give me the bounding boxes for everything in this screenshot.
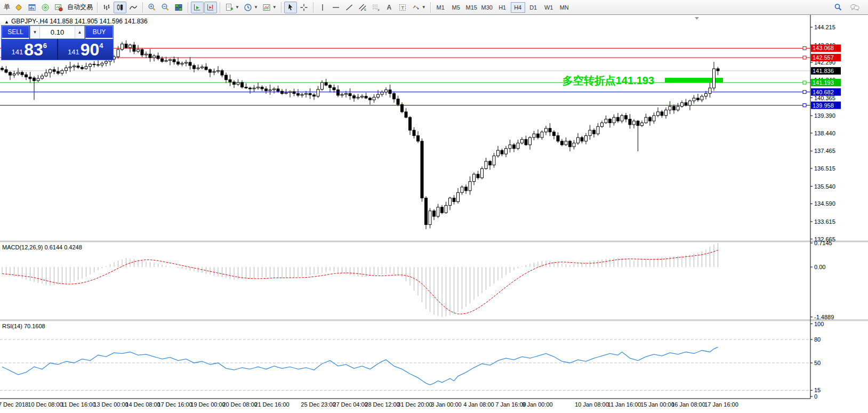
new-order-button[interactable]: 单 [2, 3, 12, 12]
volume-input[interactable] [40, 26, 75, 38]
candle [437, 207, 439, 216]
candle [309, 93, 311, 95]
volume-decrease-button[interactable]: ▼ [30, 26, 40, 38]
candle [533, 134, 535, 137]
candle [121, 44, 124, 49]
arrows-tool-icon[interactable]: ▼ [409, 2, 428, 13]
line-handle[interactable] [803, 91, 806, 94]
time-axis-label: 11 Dec 16:00 [61, 401, 96, 408]
templates-icon[interactable]: ▼ [260, 2, 278, 13]
line-handle[interactable] [803, 46, 806, 50]
buy-button[interactable]: BUY [85, 26, 113, 39]
candle [169, 60, 172, 61]
candle [329, 85, 332, 87]
fibonacci-tool-icon[interactable]: F [369, 2, 382, 13]
chat-icon[interactable] [848, 2, 862, 13]
cursor-icon[interactable] [284, 2, 297, 13]
sell-price-prefix: 141 [11, 47, 23, 58]
trendline-tool-icon[interactable] [343, 2, 356, 13]
auto-trading-icon[interactable] [52, 2, 65, 13]
candle [601, 123, 604, 127]
buy-price-button[interactable]: 141 90 4 [58, 39, 114, 60]
pivot-annotation-text[interactable]: 多空转折点141.193 [562, 75, 654, 86]
horizontal-line-tool-icon[interactable] [329, 2, 342, 13]
candle [65, 68, 68, 70]
candle [213, 71, 215, 72]
timeframe-button-m30[interactable]: M30 [480, 2, 494, 13]
timeframe-button-h1[interactable]: H1 [495, 2, 510, 13]
candle [85, 67, 87, 69]
pane-separator [0, 320, 868, 320]
zoom-in-icon[interactable] [146, 2, 158, 13]
toolbar-separator [142, 2, 143, 13]
candle [129, 45, 132, 47]
candle [393, 93, 396, 99]
search-icon[interactable] [832, 2, 845, 13]
candle [13, 74, 15, 75]
order-tag-icon[interactable] [12, 2, 25, 13]
tile-windows-icon[interactable] [172, 2, 185, 13]
line-handle[interactable] [803, 56, 806, 59]
candle [661, 112, 663, 116]
candle [57, 71, 60, 73]
sell-button[interactable]: SELL [2, 26, 29, 39]
candle [657, 112, 660, 116]
volume-increase-button[interactable]: ▲ [75, 26, 84, 38]
timeframe-button-w1[interactable]: W1 [542, 2, 556, 13]
bar-chart-type-icon[interactable] [100, 2, 113, 13]
candle [133, 45, 135, 51]
price-tick-label: 137.465 [814, 148, 835, 154]
candle [337, 90, 340, 95]
candle [633, 121, 636, 125]
time-axis-label: 11 Jan 16:00 [608, 401, 641, 408]
candle [421, 141, 423, 198]
timeframe-button-m15[interactable]: M15 [464, 2, 479, 13]
candle [593, 130, 596, 134]
candle [117, 50, 119, 57]
toolbar-separator [313, 2, 314, 13]
periods-clock-icon[interactable]: ▼ [242, 2, 260, 13]
candle [29, 77, 31, 78]
candle [681, 103, 684, 107]
candle [485, 161, 487, 169]
chart-area[interactable]: 多空转折点141.193144.215143.240142.290141.340… [0, 15, 868, 413]
text-label-tool-icon[interactable]: T [396, 2, 409, 13]
candle [357, 97, 359, 98]
line-handle[interactable] [803, 104, 806, 107]
timeframe-button-d1[interactable]: D1 [526, 2, 541, 13]
chart-canvas[interactable]: 多空转折点141.193144.215143.240142.290141.340… [0, 15, 868, 413]
timeframe-button-m1[interactable]: M1 [433, 2, 448, 13]
chart-shift-icon[interactable] [204, 2, 217, 13]
timeframe-button-m5[interactable]: M5 [449, 2, 463, 13]
crosshair-icon[interactable] [298, 2, 310, 13]
zoom-out-icon[interactable] [159, 2, 172, 13]
candle [317, 90, 319, 96]
timeframe-button-mn[interactable]: MN [557, 2, 572, 13]
toolbar-separator [281, 2, 282, 13]
candle [225, 75, 228, 80]
line-handle[interactable] [803, 81, 806, 84]
signal-icon[interactable] [39, 2, 52, 13]
line-chart-type-icon[interactable] [127, 2, 140, 13]
indicators-icon[interactable]: ▼ [223, 2, 241, 13]
candlestick-chart-type-icon[interactable] [114, 2, 126, 13]
vertical-line-tool-icon[interactable] [316, 2, 329, 13]
candle [49, 70, 52, 73]
candle [41, 76, 44, 78]
time-axis-label: 4 Jan 08:00 [463, 401, 494, 408]
candle [305, 93, 308, 94]
candle [217, 70, 220, 71]
collapse-triangle-icon[interactable]: ▲ [4, 19, 9, 25]
auto-scroll-icon[interactable] [191, 2, 204, 13]
candle [617, 117, 620, 121]
toolbar-separator [430, 2, 431, 13]
time-axis-label: 17 Jan 16:00 [704, 401, 738, 408]
timeframe-button-h4[interactable]: H4 [511, 2, 525, 13]
candle [345, 93, 348, 94]
candle [397, 99, 399, 104]
sell-price-button[interactable]: 141 83 6 [2, 39, 58, 60]
equidistant-channel-tool-icon[interactable]: E [356, 2, 369, 13]
auto-trading-label[interactable]: 自动交易 [66, 3, 94, 12]
text-tool-icon[interactable]: A [383, 2, 396, 13]
chart-window-icon[interactable] [26, 2, 38, 13]
